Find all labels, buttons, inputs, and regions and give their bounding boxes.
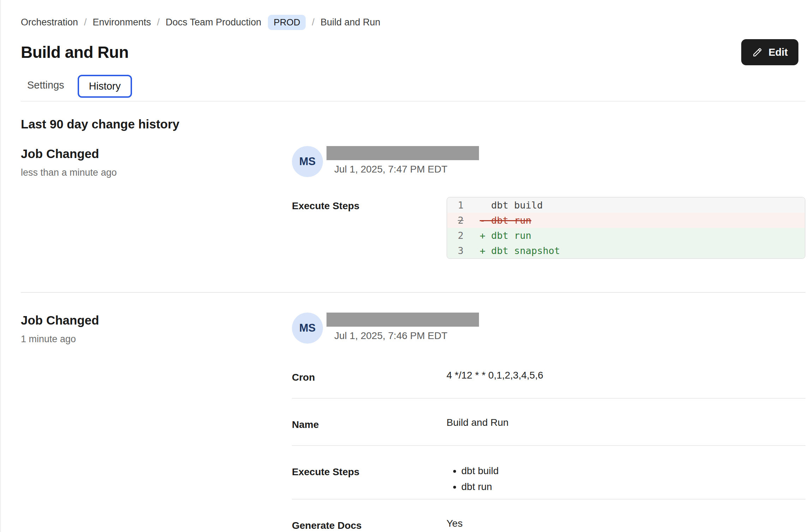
page-header: Build and Run Edit [21, 39, 805, 65]
main-content: Orchestration / Environments / Docs Team… [1, 15, 809, 532]
change-row-execute-steps: Execute Steps 1 dbt build 2 - dbt run 2 … [292, 197, 805, 259]
redacted-name-bar [326, 146, 479, 160]
breadcrumb-separator: / [84, 17, 87, 28]
edit-button[interactable]: Edit [741, 39, 798, 65]
diff-line-added: 3 + dbt snapshot [447, 243, 805, 258]
detail-value: Build and Run [447, 416, 509, 432]
line-number: 1 [447, 198, 480, 213]
execute-steps-diff-block: 1 dbt build 2 - dbt run 2 + dbt run 3 + … [447, 197, 805, 259]
detail-value: 4 */12 * * 0,1,2,3,4,5,6 [447, 368, 543, 385]
avatar-initials: MS [299, 322, 316, 334]
code-text: - dbt run [480, 213, 531, 228]
redacted-name-bar [326, 313, 479, 327]
detail-row-name: Name Build and Run [292, 399, 805, 446]
breadcrumb-separator: / [312, 17, 314, 28]
event-relative-time: 1 minute ago [21, 334, 292, 345]
section-heading: Last 90 day change history [21, 117, 805, 131]
event-title: Job Changed [21, 313, 292, 328]
line-number: 2 [447, 213, 480, 228]
author-byline: MS Jul 1, 2025, 7:47 PM EDT [292, 146, 805, 177]
change-label: Execute Steps [292, 197, 447, 259]
detail-label: Cron [292, 368, 447, 385]
edit-button-label: Edit [768, 47, 788, 58]
avatar-initials: MS [299, 155, 316, 168]
detail-label: Generate Docs [292, 516, 447, 532]
list-item: dbt run [461, 479, 499, 495]
execute-steps-list: dbt build dbt run [447, 463, 499, 495]
event-title: Job Changed [21, 146, 292, 162]
event-timestamp: Jul 1, 2025, 7:46 PM EDT [334, 330, 479, 341]
breadcrumb-separator: / [157, 17, 160, 28]
pencil-icon [752, 47, 763, 58]
history-entry: Job Changed less than a minute ago MS Ju… [21, 146, 805, 259]
tab-bar: Settings History [21, 74, 805, 102]
user-avatar: MS [292, 146, 323, 177]
event-relative-time: less than a minute ago [21, 167, 292, 178]
diff-line-removed: 2 - dbt run [447, 213, 805, 228]
detail-label: Execute Steps [292, 463, 447, 495]
detail-row-execute-steps: Execute Steps dbt build dbt run [292, 446, 805, 500]
tab-history[interactable]: History [78, 75, 132, 98]
line-number: 2 [447, 228, 480, 243]
diff-line-added: 2 + dbt run [447, 228, 805, 243]
line-number: 3 [447, 243, 480, 258]
breadcrumb-item-build-and-run[interactable]: Build and Run [320, 17, 380, 28]
code-text: + dbt snapshot [480, 243, 560, 258]
detail-value: Yes [447, 516, 463, 532]
detail-row-generate-docs: Generate Docs Yes [292, 500, 805, 532]
code-text: + dbt run [480, 228, 531, 243]
detail-label: Name [292, 416, 447, 432]
user-avatar: MS [292, 313, 323, 344]
diff-line-context: 1 dbt build [447, 198, 805, 213]
prod-environment-badge: PROD [268, 15, 306, 30]
breadcrumb-item-docs-team-production[interactable]: Docs Team Production [166, 17, 261, 28]
breadcrumb-item-orchestration[interactable]: Orchestration [21, 17, 78, 28]
author-byline: MS Jul 1, 2025, 7:46 PM EDT [292, 313, 805, 344]
page-title: Build and Run [21, 43, 128, 62]
tab-settings[interactable]: Settings [27, 74, 64, 101]
entry-divider [21, 292, 805, 293]
list-item: dbt build [461, 463, 499, 479]
event-timestamp: Jul 1, 2025, 7:47 PM EDT [334, 164, 479, 175]
job-details-table: Cron 4 */12 * * 0,1,2,3,4,5,6 Name Build… [292, 368, 805, 532]
breadcrumb: Orchestration / Environments / Docs Team… [21, 15, 805, 30]
code-text: dbt build [480, 198, 543, 213]
detail-row-cron: Cron 4 */12 * * 0,1,2,3,4,5,6 [292, 368, 805, 399]
breadcrumb-item-environments[interactable]: Environments [93, 17, 151, 28]
history-entry: Job Changed 1 minute ago MS Jul 1, 2025,… [21, 313, 805, 532]
